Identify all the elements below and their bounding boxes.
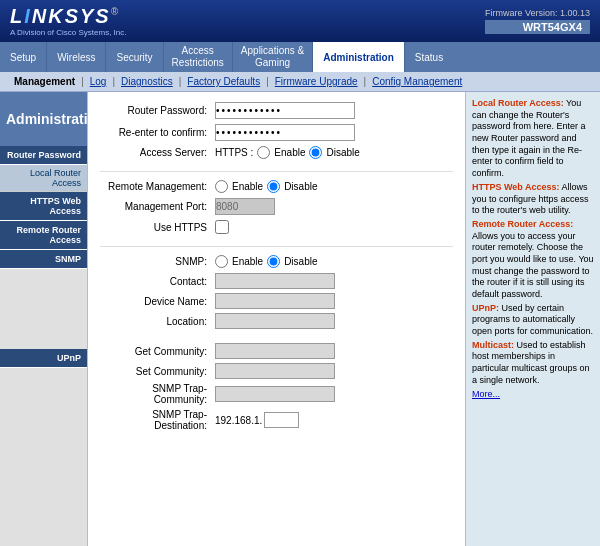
- sidebar-local-access[interactable]: Local Router Access: [0, 165, 87, 192]
- firmware-label: Firmware Version: 1.00.13: [485, 8, 590, 18]
- trap-dest-value: 192.168.1.: [215, 415, 262, 426]
- router-password-input[interactable]: [215, 102, 355, 119]
- trap-community-row: SNMP Trap-Community:: [100, 383, 453, 405]
- remote-enable-radio[interactable]: [215, 180, 228, 193]
- tab-wireless[interactable]: Wireless: [47, 42, 106, 72]
- tab-setup[interactable]: Setup: [0, 42, 47, 72]
- logo: LINKSYS®: [10, 5, 126, 28]
- set-community-label: Set Community:: [100, 366, 215, 377]
- multicast-text: Multicast: Used to establish host member…: [472, 340, 594, 387]
- use-https-checkbox[interactable]: [215, 220, 229, 234]
- access-enable-label: Enable: [274, 147, 305, 158]
- subnav-firmware[interactable]: Firmware Upgrade: [269, 76, 364, 87]
- remote-management-section: Remote Management: Enable Disable Manage…: [100, 180, 453, 234]
- page-title-sidebar: Administration: [0, 92, 87, 146]
- get-community-input[interactable]: [215, 343, 335, 359]
- mgmt-port-row: Management Port:: [100, 198, 453, 215]
- left-sidebar: Administration Router Password Local Rou…: [0, 92, 88, 546]
- access-server-label: Access Server:: [100, 147, 215, 158]
- reenter-password-input[interactable]: [215, 124, 355, 141]
- location-input[interactable]: [215, 313, 335, 329]
- sub-nav: Management | Log | Diagnostics | Factory…: [0, 72, 600, 92]
- remote-disable-radio[interactable]: [267, 180, 280, 193]
- tab-applications[interactable]: Applications &Gaming: [233, 42, 313, 72]
- tab-status[interactable]: Status: [405, 42, 453, 72]
- local-access-title: Local Router Access: You can change the …: [472, 98, 594, 180]
- tab-access-restrictions[interactable]: AccessRestrictions: [164, 42, 233, 72]
- trap-community-label: SNMP Trap-Community:: [100, 383, 215, 405]
- router-password-section: Router Password: Re-enter to confirm: Ac…: [100, 102, 453, 159]
- access-server-row: Access Server: HTTPS : Enable Disable: [100, 146, 453, 159]
- trap-dest-label: SNMP Trap-Destination:: [100, 409, 215, 431]
- snmp-label: SNMP:: [100, 256, 215, 267]
- upnp-text: UPnP: Used by certain programs to automa…: [472, 303, 594, 338]
- sidebar-router-password[interactable]: Router Password: [0, 146, 87, 165]
- use-https-row: Use HTTPS: [100, 220, 453, 234]
- get-community-label: Get Community:: [100, 346, 215, 357]
- rp-label: Router Password:: [100, 105, 215, 116]
- reenter-label: Re-enter to confirm:: [100, 127, 215, 138]
- contact-row: Contact:: [100, 273, 453, 289]
- mgmt-port-input[interactable]: [215, 198, 275, 215]
- snmp-options: Enable Disable: [215, 255, 318, 268]
- subnav-management[interactable]: Management: [8, 76, 81, 87]
- set-community-row: Set Community:: [100, 363, 453, 379]
- snmp-enable-label: Enable: [232, 256, 263, 267]
- nav-tabs: Setup Wireless Security AccessRestrictio…: [0, 42, 600, 72]
- header: LINKSYS® A Division of Cisco Systems, In…: [0, 0, 600, 42]
- device-badge: WRT54GX4: [485, 20, 590, 34]
- remote-mgmt-row: Remote Management: Enable Disable: [100, 180, 453, 193]
- remote-mgmt-options: Enable Disable: [215, 180, 318, 193]
- remote-disable-label: Disable: [284, 181, 317, 192]
- remote-mgmt-label: Remote Management:: [100, 181, 215, 192]
- snmp-row: SNMP: Enable Disable: [100, 255, 453, 268]
- access-disable-label: Disable: [326, 147, 359, 158]
- set-community-input[interactable]: [215, 363, 335, 379]
- device-name-row: Device Name:: [100, 293, 453, 309]
- use-https-label: Use HTTPS: [100, 222, 215, 233]
- location-row: Location:: [100, 313, 453, 329]
- device-name-label: Device Name:: [100, 296, 215, 307]
- contact-label: Contact:: [100, 276, 215, 287]
- device-name-input[interactable]: [215, 293, 335, 309]
- https-access-text: HTTPS Web Access: Allows you to configur…: [472, 182, 594, 217]
- logo-subtitle: A Division of Cisco Systems, Inc.: [10, 28, 126, 37]
- contact-input[interactable]: [215, 273, 335, 289]
- subnav-config[interactable]: Config Management: [366, 76, 468, 87]
- sidebar-https[interactable]: HTTPS Web Access: [0, 192, 87, 221]
- center-content: Router Password: Re-enter to confirm: Ac…: [88, 92, 465, 546]
- get-community-row: Get Community:: [100, 343, 453, 359]
- access-server-options: HTTPS : Enable Disable: [215, 146, 360, 159]
- subnav-factory[interactable]: Factory Defaults: [181, 76, 266, 87]
- reenter-row: Re-enter to confirm:: [100, 124, 453, 141]
- rp-row: Router Password:: [100, 102, 453, 119]
- remote-enable-label: Enable: [232, 181, 263, 192]
- snmp-section: SNMP: Enable Disable Contact: Device Nam…: [100, 255, 453, 431]
- sidebar-upnp[interactable]: UPnP: [0, 349, 87, 368]
- subnav-diagnostics[interactable]: Diagnostics: [115, 76, 179, 87]
- mgmt-port-label: Management Port:: [100, 201, 215, 212]
- snmp-enable-radio[interactable]: [215, 255, 228, 268]
- location-label: Location:: [100, 316, 215, 327]
- access-enable-radio[interactable]: [257, 146, 270, 159]
- subnav-log[interactable]: Log: [84, 76, 113, 87]
- sidebar-remote[interactable]: Remote Router Access: [0, 221, 87, 250]
- more-link[interactable]: More...: [472, 389, 500, 399]
- access-disable-radio[interactable]: [309, 146, 322, 159]
- https-label: HTTPS :: [215, 147, 253, 158]
- logo-area: LINKSYS® A Division of Cisco Systems, In…: [10, 5, 126, 37]
- trap-dest-row: SNMP Trap-Destination: 192.168.1.: [100, 409, 453, 431]
- trap-community-input[interactable]: [215, 386, 335, 402]
- right-sidebar: Local Router Access: You can change the …: [465, 92, 600, 546]
- snmp-disable-label: Disable: [284, 256, 317, 267]
- trap-dest-input[interactable]: [264, 412, 299, 428]
- firmware-area: Firmware Version: 1.00.13 WRT54GX4: [485, 8, 590, 34]
- snmp-disable-radio[interactable]: [267, 255, 280, 268]
- remote-access-text: Remote Router Access: Allows you to acce…: [472, 219, 594, 301]
- tab-administration[interactable]: Administration: [313, 42, 405, 72]
- tab-security[interactable]: Security: [106, 42, 163, 72]
- sidebar-snmp[interactable]: SNMP: [0, 250, 87, 269]
